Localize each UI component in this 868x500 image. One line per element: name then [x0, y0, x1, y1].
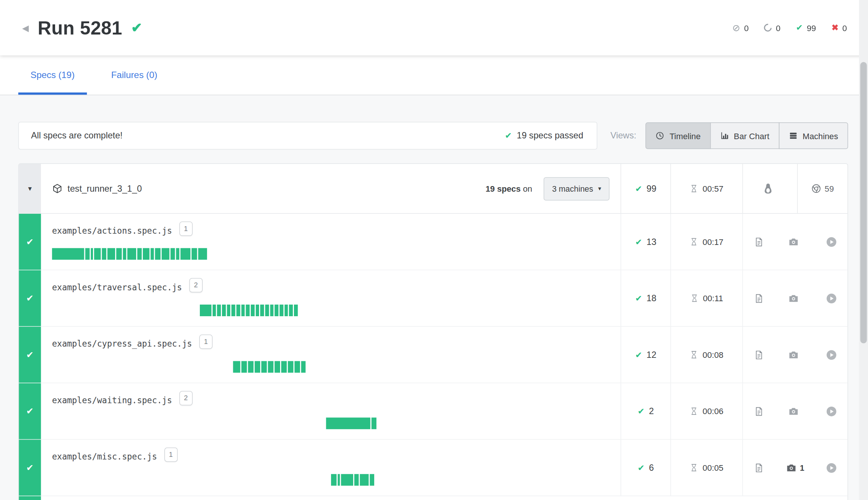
tab-failures[interactable]: Failures (0) [99, 56, 169, 95]
view-toggle-group: Timeline Bar Chart Machines [646, 122, 848, 149]
spec-badge: 2 [189, 278, 202, 292]
check-icon: ✔ [637, 406, 645, 416]
main-content: All specs are complete! ✔ 19 specs passe… [0, 95, 868, 500]
tab-specs[interactable]: Specs (19) [18, 56, 87, 95]
stdout-icon[interactable] [743, 237, 775, 247]
spec-timeline [233, 361, 621, 373]
spec-badge: 1 [164, 447, 177, 462]
stdout-icon[interactable] [743, 463, 775, 473]
video-icon[interactable] [816, 349, 847, 360]
group-name: test_runner_3_1_0 [67, 183, 142, 194]
screenshots-icon[interactable] [779, 293, 811, 303]
hourglass-icon [690, 351, 698, 359]
screenshots-icon[interactable] [779, 350, 811, 360]
linux-icon [762, 182, 774, 195]
video-icon[interactable] [816, 236, 847, 248]
page-title: Run 5281 [37, 17, 122, 39]
spec-duration: 00:17 [670, 214, 742, 270]
view-machines-button[interactable]: Machines [779, 122, 848, 149]
banner-passed-label: 19 specs passed [517, 131, 583, 141]
pending-icon [763, 22, 774, 33]
spec-timeline [52, 248, 621, 260]
hourglass-icon [690, 464, 698, 472]
cube-icon [52, 183, 63, 194]
screenshots-icon[interactable]: 1 [779, 462, 811, 473]
group-environment: 59 [742, 164, 848, 213]
spec-passed-indicator: ✔ [19, 214, 41, 270]
stdout-icon[interactable] [743, 293, 775, 303]
spec-duration: 00:08 [670, 327, 742, 383]
spec-filename: examples/actions.spec.js [52, 224, 172, 238]
spec-row[interactable]: ✔ examples/traversal.spec.js 2 ✔18 00:11 [19, 270, 847, 327]
screenshots-icon[interactable] [779, 406, 811, 416]
video-icon[interactable] [816, 293, 847, 304]
views-label: Views: [610, 131, 636, 141]
bar-chart-icon [720, 131, 729, 140]
check-icon: ✔ [635, 183, 642, 194]
skipped-count: 0 [744, 23, 748, 32]
spec-badge: 1 [179, 222, 192, 236]
hourglass-icon [690, 407, 698, 415]
group-header-row: ▾ test_runner_3_1_0 19 specs on 3 machin… [19, 164, 847, 214]
group-duration: 00:57 [670, 164, 742, 213]
spec-passed-indicator: ✔ [19, 270, 41, 326]
group-passed-count: ✔99 [621, 164, 670, 213]
check-icon: ✔ [635, 237, 642, 247]
spec-row[interactable]: ✔ examples/waiting.spec.js 2 ✔2 00:06 [19, 383, 847, 440]
spec-row[interactable]: ✔ examples/misc.spec.js 1 ✔6 00:05 1 [19, 440, 847, 496]
spec-passed-count: ✔18 [621, 270, 670, 326]
check-icon: ✔ [637, 463, 645, 473]
spec-passed-count: ✔13 [621, 214, 670, 270]
spec-filename: examples/waiting.spec.js [52, 393, 172, 407]
chrome-icon [811, 184, 821, 193]
spec-filename: examples/cypress_api.spec.js [52, 337, 192, 351]
pending-count: 0 [776, 23, 780, 32]
spec-timeline [326, 417, 621, 429]
spec-filename: examples/traversal.spec.js [52, 280, 182, 294]
check-icon: ✔ [505, 131, 512, 141]
stdout-icon[interactable] [743, 406, 775, 416]
video-icon[interactable] [816, 462, 847, 473]
view-barchart-button[interactable]: Bar Chart [710, 122, 780, 149]
failed-icon: ✖ [832, 23, 839, 33]
browser-cell: 59 [797, 164, 847, 213]
group-collapse-toggle[interactable]: ▾ [19, 164, 41, 213]
spec-passed-indicator: ✔ [19, 327, 41, 383]
hourglass-icon [690, 185, 698, 193]
hourglass-icon [690, 294, 699, 302]
view-timeline-button[interactable]: Timeline [646, 122, 711, 149]
banner-passed: ✔ 19 specs passed [505, 131, 583, 141]
video-icon[interactable] [816, 405, 847, 417]
spec-passed-count: ✔6 [621, 440, 670, 495]
failed-stat: ✖0 [832, 23, 847, 33]
spec-row[interactable]: ✔ examples/cypress_api.spec.js 1 ✔12 00:… [19, 327, 847, 383]
spec-duration: 00:06 [670, 383, 742, 439]
banner-message: All specs are complete! [31, 131, 123, 141]
chevron-down-icon: ▾ [598, 185, 601, 192]
screenshots-icon[interactable] [779, 236, 811, 247]
stdout-icon[interactable] [743, 350, 775, 360]
spec-duration: 00:05 [670, 440, 742, 495]
spec-badge: 1 [199, 335, 212, 349]
spec-timeline [331, 474, 621, 486]
spec-filename: examples/misc.spec.js [52, 450, 157, 464]
clock-icon [656, 131, 665, 140]
run-passed-icon: ✔ [131, 20, 142, 35]
scrollbar-thumb[interactable] [860, 62, 867, 343]
machines-dropdown[interactable]: 3 machines ▾ [544, 177, 609, 200]
spec-duration: 00:11 [670, 270, 742, 326]
back-button[interactable]: ◂ [22, 21, 29, 34]
scrollbar[interactable] [859, 0, 868, 500]
run-stats: ⊘0 0 ✔99 ✖0 [732, 23, 847, 33]
check-icon: ✔ [635, 293, 642, 303]
app-header: ◂ Run 5281 ✔ ⊘0 0 ✔99 ✖0 [0, 0, 868, 56]
spec-passed-indicator [19, 496, 41, 500]
tabs-bar: Specs (19) Failures (0) [0, 56, 868, 95]
machines-icon [789, 131, 798, 140]
pending-stat: 0 [764, 23, 780, 32]
spec-timeline [200, 305, 621, 316]
spec-badge: 2 [179, 391, 192, 405]
spec-row[interactable]: ✔ examples/actions.spec.js 1 ✔13 00:17 [19, 214, 847, 270]
check-icon: ✔ [635, 350, 642, 360]
os-cell [743, 164, 793, 213]
